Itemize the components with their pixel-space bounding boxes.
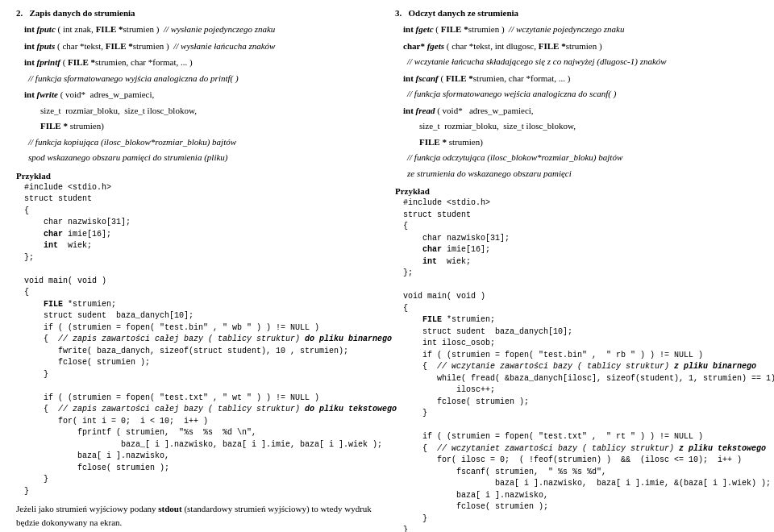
fwrite-param: strumien) bbox=[68, 121, 104, 131]
right-comment2: // wczytaniet zawartości bazy ( tablicy … bbox=[437, 444, 766, 453]
fputs-keyword: int bbox=[24, 41, 37, 51]
fgets-file: FILE * bbox=[539, 41, 566, 51]
fputs-name: fputs bbox=[37, 41, 56, 51]
fread-keyword: int bbox=[403, 106, 416, 115]
func-fgets: char* fgets ( char *tekst, int dlugosc, … bbox=[395, 39, 758, 69]
fread-file: FILE * bbox=[419, 137, 447, 147]
fgetc-param: strumien ) bbox=[468, 24, 509, 34]
fprintf-param: strumien, char *format, ... ) bbox=[95, 57, 193, 67]
fputc-comment: // wysłanie pojedynczego znaku bbox=[164, 24, 275, 34]
page-container: 2. Zapis danych do strumienia int fputc … bbox=[16, 8, 758, 532]
fputc-param: strumien ) bbox=[123, 24, 164, 34]
fgets-char-kw: char bbox=[403, 41, 420, 51]
fread-comment2: ze strumienia do wskazanego obszaru pami… bbox=[407, 168, 572, 178]
right-section-header: 3. Odczyt danych ze strumienia bbox=[395, 8, 758, 18]
fread-sig1: ( void* adres_w_pamieci, bbox=[435, 106, 533, 115]
fscanf-param: strumien, char *format, ... ) bbox=[473, 73, 571, 83]
func-fgetc: int fgetc ( FILE *strumien ) // wczytani… bbox=[395, 23, 758, 36]
fputc-file: FILE * bbox=[96, 24, 123, 34]
fscanf-name: fscanf bbox=[416, 73, 439, 83]
left-comment2: // zapis zawartości całej bazy ( tablicy… bbox=[58, 405, 397, 414]
fputs-comment: // wysłanie łańcucha znaków bbox=[173, 41, 275, 51]
func-fscanf: int fscanf ( FILE *strumien, char *forma… bbox=[395, 72, 758, 101]
left-section-num: 2. bbox=[16, 8, 23, 18]
right-code-bold-int: int bbox=[422, 257, 437, 266]
fputs-sig: ( char *tekst, bbox=[55, 41, 106, 51]
stdout-bold: stdout bbox=[158, 504, 181, 513]
fputc-keyword: int bbox=[24, 24, 37, 34]
fgets-comment: // wczytanie łańcucha składającego się z… bbox=[407, 56, 667, 66]
fscanf-comment: // funkcja sformatowanego wejścia analog… bbox=[407, 89, 616, 98]
fputc-sig: ( int znak, bbox=[56, 24, 96, 34]
left-section-header: 2. Zapis danych do strumienia bbox=[16, 8, 379, 18]
fgetc-keyword: int bbox=[403, 24, 416, 34]
fread-param: strumien) bbox=[447, 137, 483, 147]
right-code-bold-char: char bbox=[422, 245, 442, 254]
fread-name: fread bbox=[416, 106, 435, 115]
func-fread: int fread ( void* adres_w_pamieci, size_… bbox=[395, 104, 758, 181]
fread-comment1: // funkcja odczytująca (ilosc_blokow*roz… bbox=[407, 152, 622, 162]
fputs-file: FILE * bbox=[106, 41, 133, 51]
fgetc-sig: ( bbox=[434, 24, 441, 34]
fgets-param: strumien ) bbox=[566, 41, 602, 51]
fread-sig2: size_t rozmiar_bloku, size_t ilosc_bloko… bbox=[419, 121, 576, 131]
left-code-block: #include <stdio.h> struct student { char… bbox=[24, 182, 379, 498]
fgetc-file: FILE * bbox=[441, 24, 468, 34]
fgets-name: fgets bbox=[427, 41, 444, 51]
right-section-num: 3. bbox=[395, 8, 402, 18]
right-example-label: Przykład bbox=[395, 186, 758, 196]
func-fprintf: int fprintf ( FILE *strumien, char *form… bbox=[16, 56, 379, 85]
left-example-label: Przykład bbox=[16, 171, 379, 181]
fwrite-sig1: ( void* adres_w_pamieci, bbox=[58, 89, 154, 99]
right-file-kw: FILE bbox=[422, 315, 442, 324]
fscanf-sig: ( bbox=[439, 73, 446, 83]
fscanf-keyword: int bbox=[403, 73, 416, 83]
fputc-name: fputc bbox=[37, 24, 56, 34]
fwrite-name: fwrite bbox=[37, 89, 58, 99]
fgets-sig: ( char *tekst, int dlugosc, bbox=[444, 41, 539, 51]
right-column: 3. Odczyt danych ze strumienia int fgetc… bbox=[395, 8, 758, 532]
fwrite-comment1: // funkcja kopiująca (ilosc_blokow*rozmi… bbox=[28, 137, 236, 147]
right-section-title: Odczyt danych ze strumienia bbox=[409, 8, 519, 18]
func-fputs: int fputs ( char *tekst, FILE *strumien … bbox=[16, 39, 379, 53]
left-comment1: // zapis zawartości całej bazy ( tablicy… bbox=[58, 335, 392, 343]
fwrite-file: FILE * bbox=[40, 121, 68, 131]
fgetc-name: fgetc bbox=[416, 24, 434, 34]
fwrite-sig2: size_t rozmiar_bloku, size_t ilosc_bloko… bbox=[40, 106, 197, 115]
right-code-block: #include <stdio.h> struct student { char… bbox=[403, 197, 758, 532]
fputs-param: strumien ) bbox=[133, 41, 173, 51]
fprintf-keyword: int bbox=[24, 57, 37, 67]
fgetc-comment: // wczytanie pojedynczego znaku bbox=[509, 24, 624, 34]
left-file-kw: FILE bbox=[44, 300, 63, 309]
func-fputc: int fputc ( int znak, FILE *strumien ) /… bbox=[16, 23, 379, 36]
fwrite-keyword: int bbox=[24, 89, 37, 99]
fprintf-file: FILE * bbox=[68, 57, 95, 67]
fprintf-sig: ( bbox=[60, 57, 68, 67]
left-code-bold-int: int bbox=[44, 241, 58, 250]
left-note: Jeżeli jako strumień wyjściowy podany st… bbox=[16, 502, 379, 529]
func-fwrite: int fwrite ( void* adres_w_pamieci, size… bbox=[16, 88, 379, 164]
fprintf-name: fprintf bbox=[37, 57, 60, 67]
right-comment1: // wczytanie zawartości bazy ( tablicy s… bbox=[437, 362, 756, 371]
left-section-title: Zapis danych do strumienia bbox=[30, 8, 135, 18]
fwrite-comment2: spod wskazanego obszaru pamięci do strum… bbox=[28, 152, 227, 162]
fprintf-comment: // funkcja sformatowanego wyjścia analog… bbox=[28, 73, 239, 83]
left-column: 2. Zapis danych do strumienia int fputc … bbox=[16, 8, 379, 532]
fscanf-file: FILE * bbox=[446, 73, 473, 83]
left-code-bold-char: char bbox=[44, 230, 63, 239]
